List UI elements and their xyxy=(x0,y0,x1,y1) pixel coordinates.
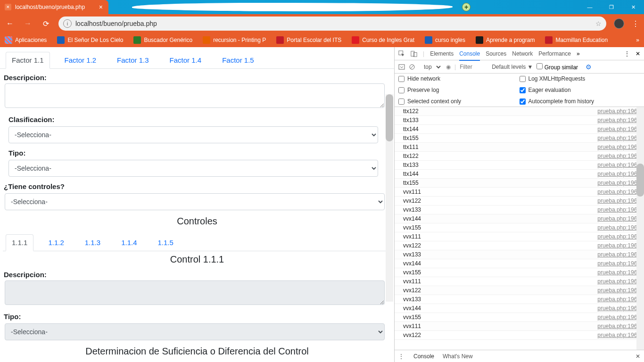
window-close-button[interactable]: ✕ xyxy=(622,0,644,14)
log-source-link[interactable]: prueba.php:1965 xyxy=(597,233,640,240)
console-log-row[interactable]: ttx144prueba.php:1965 xyxy=(395,170,644,179)
browser-tab[interactable]: ✕ localhost/bueno/prueba.php × xyxy=(0,0,108,14)
console-log-row[interactable]: ttx144prueba.php:1965 xyxy=(395,125,644,134)
clasificacion-select[interactable]: -Selecciona- xyxy=(8,126,378,143)
control-tab[interactable]: 1.1.4 xyxy=(115,234,143,251)
console-log-row[interactable]: vvx111prueba.php:1965 xyxy=(395,322,644,331)
log-source-link[interactable]: prueba.php:1965 xyxy=(597,206,640,213)
console-log-row[interactable]: vvx111prueba.php:1965 xyxy=(395,188,644,197)
descripcion-textarea[interactable] xyxy=(5,83,385,108)
drawer-menu-button[interactable]: ⋮ xyxy=(398,353,404,360)
console-log-row[interactable]: vvx155prueba.php:1965 xyxy=(395,223,644,232)
tiene-controles-select[interactable]: -Selecciona- xyxy=(5,193,385,210)
devtools-tab-sources[interactable]: Sources xyxy=(486,50,506,57)
console-log-row[interactable]: ttx155prueba.php:1965 xyxy=(395,134,644,143)
log-source-link[interactable]: prueba.php:1965 xyxy=(597,135,640,141)
log-source-link[interactable]: prueba.php:1965 xyxy=(597,153,640,159)
console-log-row[interactable]: ttx111prueba.php:1965 xyxy=(395,143,644,152)
console-log-row[interactable]: vvx122prueba.php:1965 xyxy=(395,241,644,250)
log-source-link[interactable]: prueba.php:1965 xyxy=(597,269,640,276)
console-log-row[interactable]: ttx122prueba.php:1965 xyxy=(395,107,644,116)
devtools-tab-elements[interactable]: Elements xyxy=(430,50,454,57)
log-source-link[interactable]: prueba.php:1965 xyxy=(597,251,640,258)
console-log-row[interactable]: ttx122prueba.php:1965 xyxy=(395,152,644,161)
bookmarks-overflow-button[interactable]: » xyxy=(636,37,639,43)
log-source-link[interactable]: prueba.php:1965 xyxy=(597,305,640,312)
tab-close-button[interactable]: × xyxy=(99,3,103,11)
site-info-icon[interactable]: i xyxy=(63,19,72,28)
device-toggle-icon[interactable] xyxy=(411,50,417,57)
log-source-link[interactable]: prueba.php:1965 xyxy=(597,126,640,132)
bookmark-item[interactable]: Macmillan Education xyxy=(545,36,608,44)
window-restore-button[interactable]: ❐ xyxy=(601,0,622,14)
devtools-tab-performance[interactable]: Performance xyxy=(538,50,571,57)
factor-tab[interactable]: Factor 1.3 xyxy=(111,52,155,68)
console-log-row[interactable]: vvx122prueba.php:1965 xyxy=(395,286,644,295)
console-log-row[interactable]: vvx144prueba.php:1965 xyxy=(395,304,644,313)
selected-context-checkbox[interactable]: Selected context only xyxy=(398,98,520,105)
log-source-link[interactable]: prueba.php:1965 xyxy=(597,180,640,186)
factor-tab[interactable]: Factor 1.2 xyxy=(58,52,103,68)
autocomplete-checkbox[interactable]: Autocomplete from history xyxy=(520,98,641,105)
log-source-link[interactable]: prueba.php:1965 xyxy=(597,162,640,168)
log-source-link[interactable]: prueba.php:1965 xyxy=(597,224,640,231)
forward-button[interactable]: → xyxy=(23,19,33,28)
console-log-row[interactable]: vvx122prueba.php:1965 xyxy=(395,331,644,340)
log-source-link[interactable]: prueba.php:1965 xyxy=(597,323,640,329)
devtools-menu-button[interactable]: ⋮ xyxy=(624,50,630,57)
bookmark-item[interactable]: Curso de Ingles Grat xyxy=(352,36,414,44)
bookmark-item[interactable]: recursion - Printing P xyxy=(203,36,266,44)
factor-tab[interactable]: Factor 1.4 xyxy=(164,52,208,68)
console-log-row[interactable]: vvx133prueba.php:1965 xyxy=(395,206,644,214)
scroll-thumb[interactable] xyxy=(386,94,393,141)
console-settings-icon[interactable]: ⚙ xyxy=(586,63,592,71)
log-source-link[interactable]: prueba.php:1965 xyxy=(597,171,640,177)
control-tab[interactable]: 1.1.5 xyxy=(152,234,180,251)
console-log-row[interactable]: vvx144prueba.php:1965 xyxy=(395,259,644,268)
clear-console-icon[interactable] xyxy=(409,64,415,70)
omnibox[interactable]: i ☆ xyxy=(58,16,606,31)
console-log-row[interactable]: vvx111prueba.php:1965 xyxy=(395,232,644,241)
devtools-tabs-overflow[interactable]: » xyxy=(577,50,580,57)
control-tab[interactable]: 1.1.1 xyxy=(6,234,33,251)
console-log-row[interactable]: vvx133prueba.php:1965 xyxy=(395,295,644,304)
reload-button[interactable]: ⟳ xyxy=(41,19,51,28)
new-tab-button[interactable]: + xyxy=(462,3,471,11)
bookmark-star-icon[interactable]: ☆ xyxy=(595,20,602,27)
back-button[interactable]: ← xyxy=(5,19,15,28)
inspect-element-icon[interactable] xyxy=(398,50,405,57)
factor-tab[interactable]: Factor 1.5 xyxy=(216,52,260,68)
bookmark-item[interactable]: Portal Escolar del ITS xyxy=(276,36,341,44)
bookmark-item[interactable]: curso ingles xyxy=(425,36,465,44)
url-input[interactable] xyxy=(75,20,592,27)
window-minimize-button[interactable]: — xyxy=(579,0,601,14)
log-source-link[interactable]: prueba.php:1965 xyxy=(597,287,640,294)
log-source-link[interactable]: prueba.php:1965 xyxy=(597,189,640,195)
console-log-row[interactable]: ttx155prueba.php:1965 xyxy=(395,179,644,188)
profile-avatar[interactable] xyxy=(614,18,624,29)
log-source-link[interactable]: prueba.php:1965 xyxy=(597,117,640,123)
drawer-tab-whatsnew[interactable]: What's New xyxy=(443,353,473,360)
log-source-link[interactable]: prueba.php:1965 xyxy=(597,144,640,150)
log-source-link[interactable]: prueba.php:1965 xyxy=(597,332,640,338)
console-log-row[interactable]: vvx111prueba.php:1965 xyxy=(395,277,644,286)
console-sidebar-toggle-icon[interactable] xyxy=(398,64,405,70)
bookmark-item[interactable]: El Señor De Los Cielo xyxy=(57,36,123,44)
devtools-tab-console[interactable]: Console xyxy=(459,50,480,57)
apps-shortcut[interactable]: Aplicaciones xyxy=(5,36,47,44)
preserve-log-checkbox[interactable]: Preserve log xyxy=(398,87,520,93)
console-log-row[interactable]: ttx133prueba.php:1965 xyxy=(395,116,644,125)
log-source-link[interactable]: prueba.php:1965 xyxy=(597,215,640,222)
log-source-link[interactable]: prueba.php:1965 xyxy=(597,108,640,115)
log-source-link[interactable]: prueba.php:1965 xyxy=(597,314,640,321)
console-scrollbar[interactable] xyxy=(636,107,644,350)
console-log-area[interactable]: ttx122prueba.php:1965ttx133prueba.php:19… xyxy=(395,107,644,350)
control-tab[interactable]: 1.1.2 xyxy=(42,234,70,251)
log-levels-dropdown[interactable]: Default levels ▼ xyxy=(492,64,533,70)
group-similar-checkbox[interactable]: Group similar xyxy=(537,63,578,71)
console-log-row[interactable]: vvx144prueba.php:1965 xyxy=(395,214,644,223)
drawer-close-button[interactable]: ✕ xyxy=(636,353,640,360)
bookmark-item[interactable]: Aprende a program xyxy=(476,36,535,44)
control-tab[interactable]: 1.1.3 xyxy=(79,234,107,251)
log-source-link[interactable]: prueba.php:1965 xyxy=(597,278,640,285)
